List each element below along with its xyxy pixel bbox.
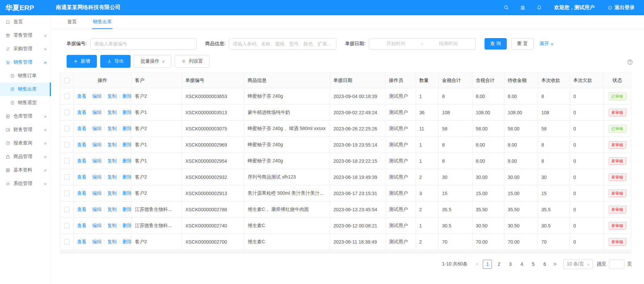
edit-link[interactable]: 编辑 [92, 142, 102, 147]
sidebar-item-basic-data[interactable]: 基本资料∨ [0, 163, 51, 177]
copy-link[interactable]: 复制 [107, 142, 117, 147]
table-horizontal-scrollbar[interactable] [60, 251, 631, 254]
view-link[interactable]: 查看 [77, 93, 86, 99]
date-range-picker[interactable]: 开始时间 ~ 结束时间 [369, 38, 476, 50]
copy-link[interactable]: 复制 [107, 174, 117, 180]
row-checkbox[interactable] [64, 175, 70, 180]
logout-button[interactable]: 退出登录 [607, 4, 635, 11]
sidebar-item-sales-outbound[interactable]: 销售出库 [0, 83, 51, 96]
delete-link[interactable]: 删除 [122, 239, 132, 244]
sidebar-item-finance[interactable]: 财务管理∨ [0, 123, 51, 136]
sidebar-item-retail[interactable]: 零售管理∨ [0, 29, 51, 42]
prev-page-button[interactable]: < [473, 261, 481, 267]
row-checkbox[interactable] [64, 191, 70, 196]
cell-operator: 测试用户 [386, 104, 416, 121]
help-icon[interactable] [627, 59, 633, 65]
notification-bell-icon[interactable] [536, 5, 542, 10]
sidebar-item-sales-return[interactable]: 销售退货 [0, 96, 51, 109]
next-page-button[interactable]: > [550, 261, 559, 267]
bill-no-label: 单据编号: [67, 41, 87, 47]
column-settings-button[interactable]: 列设置 [175, 55, 210, 68]
edit-link[interactable]: 编辑 [92, 109, 102, 115]
platform-icon[interactable] [520, 5, 526, 10]
copy-link[interactable]: 复制 [107, 239, 117, 244]
view-link[interactable]: 查看 [77, 158, 86, 163]
edit-link[interactable]: 编辑 [92, 126, 102, 131]
delete-link[interactable]: 删除 [122, 158, 132, 163]
edit-link[interactable]: 编辑 [92, 223, 102, 228]
select-all-checkbox[interactable] [64, 78, 70, 83]
sidebar-item-sales-order[interactable]: 销售订单 [0, 69, 51, 83]
sidebar-item-report[interactable]: 报表查询∨ [0, 136, 51, 150]
page-button-2[interactable]: 2 [494, 260, 503, 269]
page-button-1[interactable]: 1 [483, 260, 492, 269]
row-checkbox[interactable] [64, 207, 70, 212]
delete-link[interactable]: 删除 [122, 109, 132, 115]
edit-link[interactable]: 编辑 [92, 174, 102, 180]
copy-link[interactable]: 复制 [107, 126, 117, 131]
search-icon[interactable] [503, 5, 509, 10]
sidebar-item-sales[interactable]: 销售管理∧ [0, 56, 51, 69]
page-button-4[interactable]: 4 [517, 260, 526, 269]
copy-link[interactable]: 复制 [107, 158, 117, 163]
delete-link[interactable]: 删除 [122, 223, 132, 228]
delete-link[interactable]: 删除 [122, 190, 132, 196]
jump-label: 跳至 [597, 261, 606, 267]
view-link[interactable]: 查看 [77, 109, 86, 115]
page-button-6[interactable]: 6 [540, 260, 549, 269]
sidebar-item-product[interactable]: 商品管理∨ [0, 150, 51, 163]
start-date-placeholder[interactable]: 开始时间 [372, 41, 420, 47]
row-checkbox[interactable] [64, 94, 70, 99]
page-button-5[interactable]: 5 [529, 260, 538, 269]
page-button-3[interactable]: 3 [506, 260, 515, 269]
page-size-select[interactable]: 10 条/页 ∨ [563, 259, 593, 269]
sidebar-item-home[interactable]: 首页 [0, 15, 51, 29]
copy-link[interactable]: 复制 [107, 223, 117, 228]
delete-link[interactable]: 删除 [122, 174, 132, 180]
view-link[interactable]: 查看 [77, 142, 86, 147]
copy-link[interactable]: 复制 [107, 207, 117, 212]
chevron-down-icon: ∨ [43, 168, 47, 172]
copy-link[interactable]: 复制 [107, 190, 117, 196]
view-link[interactable]: 查看 [77, 174, 86, 180]
sidebar-item-system[interactable]: 系统管理∨ [0, 177, 51, 190]
row-checkbox[interactable] [64, 110, 70, 115]
copy-link[interactable]: 复制 [107, 109, 117, 115]
edit-link[interactable]: 编辑 [92, 239, 102, 244]
row-checkbox[interactable] [64, 158, 70, 164]
material-input[interactable] [229, 38, 336, 50]
export-button[interactable]: 导出 [100, 55, 131, 68]
view-link[interactable]: 查看 [77, 190, 86, 196]
sidebar-item-warehouse[interactable]: 仓库管理∨ [0, 109, 51, 123]
search-button[interactable]: 查询 [485, 38, 507, 50]
edit-link[interactable]: 编辑 [92, 207, 102, 212]
tab-home[interactable]: 首页 [67, 15, 77, 29]
delete-link[interactable]: 删除 [122, 126, 132, 131]
copy-link[interactable]: 复制 [107, 93, 117, 99]
add-button[interactable]: 新增 [67, 55, 97, 68]
view-link[interactable]: 查看 [77, 223, 86, 228]
bill-no-input[interactable] [90, 38, 196, 50]
tab-sales-outbound[interactable]: 销售出库 [92, 15, 112, 29]
sidebar-item-purchase[interactable]: 采购管理∨ [0, 42, 51, 56]
edit-link[interactable]: 编辑 [92, 93, 102, 99]
row-checkbox[interactable] [64, 223, 70, 228]
end-date-placeholder[interactable]: 结束时间 [425, 41, 472, 47]
jump-page-input[interactable] [609, 259, 624, 269]
delete-link[interactable]: 删除 [122, 93, 132, 99]
row-checkbox[interactable] [64, 142, 70, 148]
view-link[interactable]: 查看 [77, 126, 86, 131]
expand-link[interactable]: 展开 ∨ [540, 41, 553, 47]
view-link[interactable]: 查看 [77, 207, 86, 212]
view-link[interactable]: 查看 [77, 239, 86, 244]
delete-link[interactable]: 删除 [122, 207, 132, 212]
edit-link[interactable]: 编辑 [92, 190, 102, 196]
reset-button[interactable]: 重置 [511, 38, 534, 50]
cell-amount-total: 8 [439, 137, 472, 153]
row-checkbox[interactable] [64, 126, 70, 131]
edit-link[interactable]: 编辑 [92, 158, 102, 163]
bag-icon [5, 154, 10, 159]
row-checkbox[interactable] [64, 239, 70, 245]
batch-actions-button[interactable]: 批量操作 ∨ [134, 55, 171, 68]
delete-link[interactable]: 删除 [122, 142, 132, 147]
